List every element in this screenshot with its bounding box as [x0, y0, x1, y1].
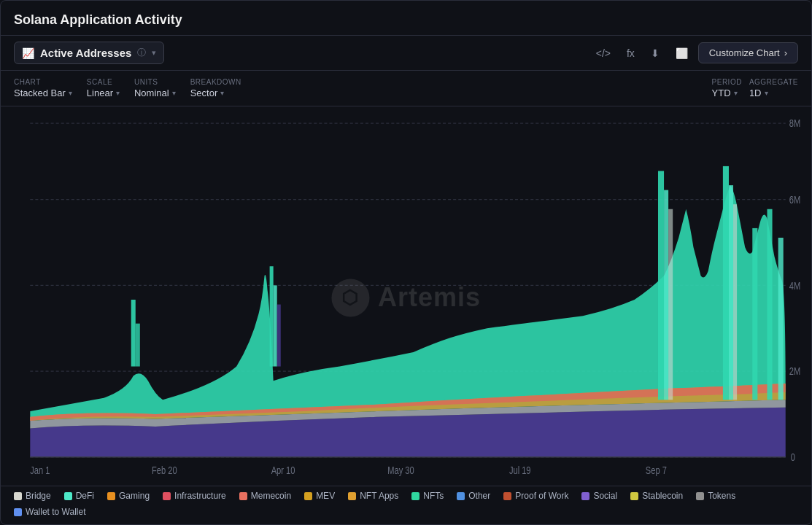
svg-rect-13: [274, 285, 277, 366]
svg-text:0: 0: [791, 451, 795, 464]
legend-color-swatch: [348, 492, 356, 500]
svg-text:4M: 4M: [789, 279, 800, 292]
aggregate-value-btn[interactable]: 1D ▾: [749, 88, 768, 98]
chart-legend: BridgeDeFiGamingInfrastructureMemecoinME…: [1, 486, 811, 524]
legend-label: Stablecoin: [642, 491, 683, 501]
chart-chevron-icon: ▾: [69, 89, 72, 97]
legend-item: Memecoin: [239, 491, 291, 501]
svg-text:8M: 8M: [789, 117, 800, 130]
chart-value-btn[interactable]: Stacked Bar ▾: [14, 88, 72, 98]
legend-item: Proof of Work: [503, 491, 568, 501]
legend-item: MEV: [304, 491, 335, 501]
scale-value-btn[interactable]: Linear ▾: [87, 88, 120, 98]
main-container: Solana Application Activity 📈 Active Add…: [0, 0, 812, 525]
svg-rect-18: [723, 166, 729, 400]
svg-rect-12: [270, 266, 274, 366]
scale-control: SCALE Linear ▾: [87, 75, 127, 101]
legend-item: Other: [457, 491, 490, 501]
svg-text:2M: 2M: [789, 365, 800, 378]
metric-label: Active Addresses: [40, 47, 131, 59]
svg-text:Sep 7: Sep 7: [646, 464, 667, 477]
breakdown-value-btn[interactable]: Sector ▾: [190, 88, 241, 98]
svg-text:Apr 10: Apr 10: [271, 464, 295, 477]
customize-chevron-icon: ›: [784, 47, 787, 58]
download-button[interactable]: ⬇: [645, 44, 665, 63]
header-row: 📈 Active Addresses ⓘ ▾ </> fx ⬇ ⬜ Custom…: [1, 36, 811, 71]
breakdown-control: BREAKDOWN Sector ▾: [190, 75, 249, 101]
breakdown-label: BREAKDOWN: [190, 78, 241, 86]
legend-color-swatch: [239, 492, 247, 500]
legend-color-swatch: [696, 492, 704, 500]
chart-label: CHART: [14, 78, 72, 86]
legend-color-swatch: [503, 492, 511, 500]
scale-chevron-icon: ▾: [116, 89, 120, 97]
camera-button[interactable]: ⬜: [670, 44, 694, 63]
legend-label: Bridge: [26, 491, 51, 501]
svg-rect-10: [131, 300, 136, 367]
aggregate-chevron-icon: ▾: [765, 89, 768, 97]
period-label: PERIOD: [712, 78, 742, 86]
legend-color-swatch: [304, 492, 312, 500]
aggregate-label: AGGREGATE: [749, 78, 798, 86]
svg-rect-20: [733, 204, 737, 400]
svg-text:Jul 19: Jul 19: [509, 464, 531, 477]
period-value-btn[interactable]: YTD ▾: [712, 88, 738, 98]
legend-color-swatch: [64, 492, 72, 500]
chart-area: .grid-line { stroke: #2a2d3a; stroke-wid…: [1, 106, 811, 486]
legend-color-swatch: [581, 492, 589, 500]
right-controls: PERIOD YTD ▾ AGGREGATE 1D ▾: [712, 78, 798, 98]
svg-rect-21: [752, 228, 757, 400]
chart-svg: .grid-line { stroke: #2a2d3a; stroke-wid…: [8, 114, 804, 486]
legend-item: Bridge: [14, 491, 51, 501]
legend-color-swatch: [457, 492, 465, 500]
code-button[interactable]: </>: [590, 44, 616, 63]
page-title: Solana Application Activity: [14, 12, 182, 27]
aggregate-control: AGGREGATE 1D ▾: [749, 78, 798, 98]
period-chevron-icon: ▾: [734, 89, 738, 97]
svg-text:Feb 20: Feb 20: [152, 464, 177, 477]
legend-label: Memecoin: [251, 491, 291, 501]
info-icon[interactable]: ⓘ: [137, 47, 146, 59]
legend-label: Infrastructure: [174, 491, 226, 501]
svg-rect-14: [277, 305, 281, 367]
svg-text:6M: 6M: [789, 193, 800, 206]
svg-rect-16: [664, 190, 668, 400]
legend-label: NFT Apps: [360, 491, 398, 501]
legend-color-swatch: [14, 508, 22, 516]
legend-label: Wallet to Wallet: [26, 507, 85, 517]
legend-item: Gaming: [107, 491, 150, 501]
legend-label: Proof of Work: [515, 491, 568, 501]
chart-control: CHART Stacked Bar ▾: [14, 75, 80, 101]
period-control: PERIOD YTD ▾: [712, 78, 742, 98]
customize-chart-button[interactable]: Customize Chart ›: [698, 42, 798, 63]
svg-text:Jan 1: Jan 1: [30, 464, 50, 477]
svg-rect-17: [668, 209, 673, 400]
legend-color-swatch: [630, 492, 638, 500]
breakdown-chevron-icon: ▾: [220, 89, 224, 97]
controls-row: CHART Stacked Bar ▾ SCALE Linear ▾ UNITS…: [1, 71, 811, 106]
legend-color-swatch: [163, 492, 171, 500]
legend-item: NFTs: [411, 491, 444, 501]
legend-label: MEV: [316, 491, 335, 501]
fx-button[interactable]: fx: [621, 44, 641, 63]
scale-label: SCALE: [87, 78, 120, 86]
units-control: UNITS Nominal ▾: [134, 75, 183, 101]
legend-label: Gaming: [119, 491, 150, 501]
legend-item: Stablecoin: [630, 491, 683, 501]
svg-rect-19: [729, 185, 733, 400]
units-label: UNITS: [134, 78, 176, 86]
legend-item: DeFi: [64, 491, 94, 501]
chevron-down-icon: ▾: [152, 48, 156, 58]
legend-label: Tokens: [708, 491, 735, 501]
legend-label: Other: [468, 491, 490, 501]
title-bar: Solana Application Activity: [1, 1, 811, 36]
legend-label: NFTs: [423, 491, 444, 501]
chart-wrapper: .grid-line { stroke: #2a2d3a; stroke-wid…: [8, 114, 804, 486]
legend-item: Social: [581, 491, 617, 501]
svg-rect-23: [778, 238, 784, 400]
metric-selector[interactable]: 📈 Active Addresses ⓘ ▾: [14, 42, 164, 64]
header-tools: </> fx ⬇ ⬜ Customize Chart ›: [590, 42, 798, 63]
legend-item: Wallet to Wallet: [14, 507, 85, 517]
units-value-btn[interactable]: Nominal ▾: [134, 88, 176, 98]
legend-label: DeFi: [76, 491, 94, 501]
